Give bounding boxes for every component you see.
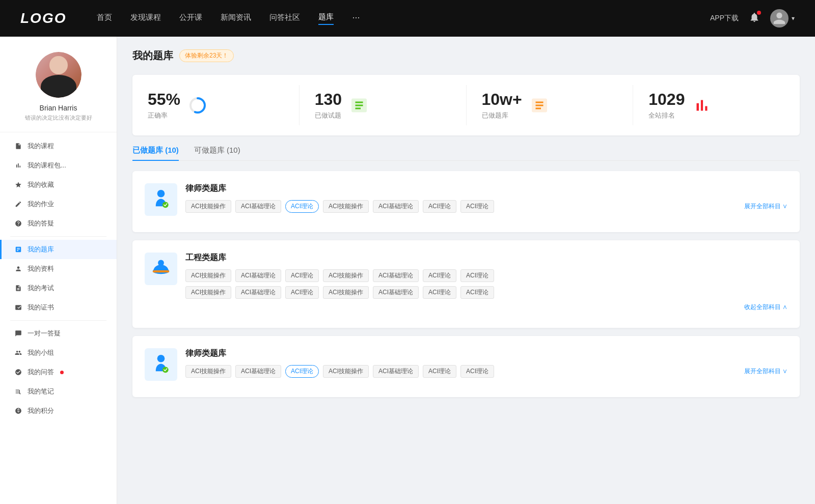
lawyer-icon-wrap <box>145 183 177 216</box>
tags-row-3: ACI技能操作 ACI基础理论 ACI理论 ACI技能操作 ACI基础理论 AC… <box>185 365 494 378</box>
bank-name-2: 工程类题库 <box>185 253 787 263</box>
doc-icon <box>14 284 22 292</box>
svg-point-4 <box>157 190 165 198</box>
stat-banks-value: 10w+ <box>482 90 522 109</box>
sidebar-item-favorites[interactable]: 我的收藏 <box>0 175 117 194</box>
tab-done-banks[interactable]: 已做题库 (10) <box>132 146 179 160</box>
user-avatar-button[interactable]: ▾ <box>770 9 795 27</box>
tag-1-4[interactable]: ACI基础理论 <box>373 200 419 213</box>
sidebar-item-homework[interactable]: 我的作业 <box>0 194 117 214</box>
tag-2-5[interactable]: ACI理论 <box>423 269 456 282</box>
tab-available-banks[interactable]: 可做题库 (10) <box>194 146 240 160</box>
tag-1-1[interactable]: ACI基础理论 <box>235 200 281 213</box>
page-title: 我的题库 <box>132 49 173 63</box>
sidebar-item-course-pack[interactable]: 我的课程包... <box>0 156 117 175</box>
sidebar-item-questions[interactable]: 我的答疑 <box>0 214 117 233</box>
tag-2-0[interactable]: ACI技能操作 <box>185 269 231 282</box>
tag-1-6[interactable]: ACI理论 <box>460 200 494 213</box>
qa-red-dot <box>60 371 64 374</box>
bank-card-lawyer-2: 律师类题库 ACI技能操作 ACI基础理论 ACI理论 ACI技能操作 ACI基… <box>132 336 800 397</box>
sidebar-item-group[interactable]: 我的小组 <box>0 343 117 362</box>
tag-3-0[interactable]: ACI技能操作 <box>185 365 231 378</box>
layout: Brian Harris 错误的决定比没有决定要好 我的课程 我的课程包... <box>0 37 815 504</box>
nav-qa[interactable]: 问答社区 <box>269 13 300 24</box>
tag-3-6[interactable]: ACI理论 <box>460 365 494 378</box>
tag-1-3[interactable]: ACI技能操作 <box>323 200 369 213</box>
sidebar: Brian Harris 错误的决定比没有决定要好 我的课程 我的课程包... <box>0 37 117 504</box>
tag-2b-1[interactable]: ACI基础理论 <box>235 286 281 299</box>
tag-3-1[interactable]: ACI基础理论 <box>235 365 281 378</box>
note-icon <box>14 387 22 396</box>
svg-point-5 <box>162 202 169 208</box>
edit-icon <box>14 200 22 208</box>
chat-icon <box>14 329 22 338</box>
expand-link-3[interactable]: 展开全部科目 ∨ <box>744 365 787 376</box>
sidebar-item-courses[interactable]: 我的课程 <box>0 136 117 156</box>
qa-icon <box>14 368 22 376</box>
tag-3-2[interactable]: ACI理论 <box>285 365 319 378</box>
stat-done-label: 已做试题 <box>315 111 342 120</box>
ranking-icon <box>692 95 712 116</box>
user-profile: Brian Harris 错误的决定比没有决定要好 <box>0 52 117 132</box>
tag-2-3[interactable]: ACI技能操作 <box>323 269 369 282</box>
tag-2b-3[interactable]: ACI技能操作 <box>323 286 369 299</box>
bank-card-engineer: 工程类题库 ACI技能操作 ACI基础理论 ACI理论 ACI技能操作 ACI基… <box>132 240 800 328</box>
nav-discover[interactable]: 发现课程 <box>130 13 161 24</box>
bank-icon <box>14 245 22 254</box>
nav-news[interactable]: 新闻资讯 <box>221 13 251 24</box>
bank-card-lawyer-1: 律师类题库 ACI技能操作 ACI基础理论 ACI理论 ACI技能操作 ACI基… <box>132 171 800 232</box>
notification-bell[interactable] <box>749 12 760 25</box>
bank-info-3: 律师类题库 ACI技能操作 ACI基础理论 ACI理论 ACI技能操作 ACI基… <box>185 348 787 378</box>
tag-2b-6[interactable]: ACI理论 <box>460 286 494 299</box>
tag-2-1[interactable]: ACI基础理论 <box>235 269 281 282</box>
tag-1-0[interactable]: ACI技能操作 <box>185 200 231 213</box>
collapse-link[interactable]: 收起全部科目 ∧ <box>185 303 787 312</box>
tag-1-2[interactable]: ACI理论 <box>285 200 319 213</box>
user-motto: 错误的决定比没有决定要好 <box>25 114 92 122</box>
stats-bar: 55% 正确率 130 已做试题 <box>132 75 800 135</box>
sidebar-item-exam[interactable]: 我的考试 <box>0 278 117 298</box>
tag-2-4[interactable]: ACI基础理论 <box>373 269 419 282</box>
tag-2b-4[interactable]: ACI基础理论 <box>373 286 419 299</box>
nav-home[interactable]: 首页 <box>97 13 112 24</box>
bank-card-header-2: 工程类题库 ACI技能操作 ACI基础理论 ACI理论 ACI技能操作 ACI基… <box>145 253 787 312</box>
sidebar-item-points[interactable]: 我的积分 <box>0 401 117 421</box>
nav-bank[interactable]: 题库 <box>318 12 334 25</box>
score-icon <box>14 407 22 415</box>
svg-point-9 <box>157 355 165 362</box>
nav-more[interactable]: ··· <box>352 12 360 25</box>
cert-icon <box>14 303 22 312</box>
tag-3-3[interactable]: ACI技能操作 <box>323 365 369 378</box>
avatar-image <box>36 52 82 98</box>
sidebar-item-bank[interactable]: 我的题库 <box>0 240 117 259</box>
sidebar-item-notes[interactable]: 我的笔记 <box>0 382 117 401</box>
bank-info-2: 工程类题库 ACI技能操作 ACI基础理论 ACI理论 ACI技能操作 ACI基… <box>185 253 787 312</box>
accuracy-icon <box>187 95 208 116</box>
tag-2b-5[interactable]: ACI理论 <box>423 286 456 299</box>
stat-accuracy-value: 55% <box>148 90 180 109</box>
tag-2b-0[interactable]: ACI技能操作 <box>185 286 231 299</box>
tag-1-5[interactable]: ACI理论 <box>423 200 456 213</box>
nav-open-course[interactable]: 公开课 <box>179 13 202 24</box>
header-right: APP下载 ▾ <box>710 9 795 27</box>
sidebar-menu: 我的课程 我的课程包... 我的收藏 我的作业 <box>0 136 117 421</box>
sidebar-separator-1 <box>10 236 106 237</box>
main-content: 我的题库 体验剩余23天！ 55% 正确率 <box>117 37 815 504</box>
notification-dot <box>757 11 761 15</box>
sidebar-item-one-on-one[interactable]: 一对一答疑 <box>0 324 117 343</box>
tag-2b-2[interactable]: ACI理论 <box>285 286 319 299</box>
tags-row-2b: ACI技能操作 ACI基础理论 ACI理论 ACI技能操作 ACI基础理论 AC… <box>185 286 787 299</box>
tag-2-2[interactable]: ACI理论 <box>285 269 319 282</box>
tag-2-6[interactable]: ACI理论 <box>460 269 494 282</box>
sidebar-item-profile[interactable]: 我的资料 <box>0 259 117 278</box>
header: LOGO 首页 发现课程 公开课 新闻资讯 问答社区 题库 ··· APP下载 … <box>0 0 815 37</box>
tag-3-5[interactable]: ACI理论 <box>423 365 456 378</box>
expand-link-1[interactable]: 展开全部科目 ∨ <box>744 200 787 211</box>
sidebar-item-cert[interactable]: 我的证书 <box>0 298 117 317</box>
sidebar-item-my-qa[interactable]: 我的问答 <box>0 362 117 382</box>
bank-card-header-3: 律师类题库 ACI技能操作 ACI基础理论 ACI理论 ACI技能操作 ACI基… <box>145 348 787 381</box>
svg-rect-7 <box>153 270 169 272</box>
app-download-button[interactable]: APP下载 <box>710 14 739 23</box>
tag-3-4[interactable]: ACI基础理论 <box>373 365 419 378</box>
question-icon <box>14 219 22 228</box>
